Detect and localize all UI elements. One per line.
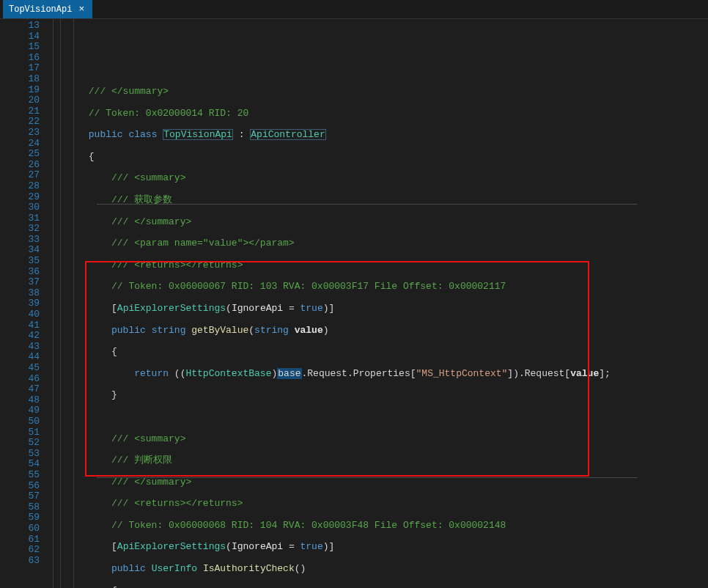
code-line: { (48, 347, 638, 358)
line-number: 62 (0, 545, 40, 556)
code-line: public class TopVisionApi : ApiControlle… (48, 130, 638, 141)
line-number: 44 (0, 352, 40, 363)
code-line: /// <returns></returns> (48, 260, 638, 271)
close-icon[interactable]: × (76, 4, 86, 15)
line-number: 55 (0, 470, 40, 481)
code-line: /// </summary> (48, 217, 638, 228)
line-number: 16 (0, 53, 40, 64)
tab-label: TopVisionApi (9, 4, 72, 15)
line-number: 37 (0, 277, 40, 288)
line-number: 48 (0, 395, 40, 406)
line-number: 50 (0, 416, 40, 427)
code-line: // Token: 0x02000014 RID: 20 (48, 109, 638, 120)
line-number: 61 (0, 534, 40, 545)
line-number-gutter: 1314151617181920212223242526272829303132… (0, 19, 48, 588)
line-number: 23 (0, 128, 40, 139)
code-editor[interactable]: 1314151617181920212223242526272829303132… (0, 19, 708, 588)
line-number: 51 (0, 427, 40, 438)
line-number: 39 (0, 298, 40, 309)
line-number: 45 (0, 363, 40, 374)
code-line: /// <returns></returns> (48, 499, 638, 510)
line-number: 49 (0, 405, 40, 416)
code-line: /// <summary> (48, 434, 638, 445)
tab-bar: TopVisionApi × (0, 0, 708, 19)
line-number: 32 (0, 224, 40, 235)
line-number: 40 (0, 309, 40, 320)
line-number: 15 (0, 42, 40, 53)
line-number: 34 (0, 245, 40, 256)
code-line: { (48, 152, 638, 163)
line-number: 53 (0, 449, 40, 460)
line-number: 52 (0, 438, 40, 449)
line-number: 60 (0, 523, 40, 534)
code-line: // Token: 0x06000068 RID: 104 RVA: 0x000… (48, 521, 638, 532)
line-number: 33 (0, 235, 40, 246)
code-line: /// </summary> (48, 87, 638, 98)
line-number: 36 (0, 267, 40, 278)
file-tab[interactable]: TopVisionApi × (3, 0, 92, 18)
line-number: 41 (0, 320, 40, 331)
line-number: 21 (0, 106, 40, 117)
line-number: 63 (0, 556, 40, 567)
line-number: 26 (0, 160, 40, 171)
line-number: 30 (0, 202, 40, 213)
line-number: 56 (0, 481, 40, 492)
line-number: 29 (0, 192, 40, 203)
line-number: 17 (0, 63, 40, 74)
code-line: /// 获取参数 (48, 195, 638, 206)
line-number: 31 (0, 213, 40, 224)
code-line: } (48, 390, 638, 401)
line-number: 47 (0, 384, 40, 395)
line-number: 54 (0, 459, 40, 470)
code-area[interactable]: /// </summary> // Token: 0x02000014 RID:… (48, 19, 638, 588)
code-line: public string getByValue(string value) (48, 326, 638, 337)
code-line: public UserInfo IsAuthorityCheck() (48, 564, 638, 575)
line-number: 42 (0, 331, 40, 342)
line-number: 28 (0, 181, 40, 192)
line-number: 43 (0, 342, 40, 353)
code-line: /// 判断权限 (48, 455, 638, 466)
code-line: /// <param name="value"></param> (48, 238, 638, 249)
line-number: 18 (0, 74, 40, 85)
line-number: 19 (0, 85, 40, 96)
code-line: [ApiExplorerSettings(IgnoreApi = true)] (48, 542, 638, 553)
code-line: /// <summary> (48, 173, 638, 184)
code-line (48, 412, 638, 423)
line-number: 25 (0, 149, 40, 160)
line-number: 59 (0, 512, 40, 523)
line-number: 22 (0, 117, 40, 128)
line-number: 20 (0, 95, 40, 106)
code-line: // Token: 0x06000067 RID: 103 RVA: 0x000… (48, 282, 638, 293)
line-number: 38 (0, 288, 40, 299)
line-number: 58 (0, 502, 40, 513)
line-number: 46 (0, 374, 40, 385)
line-number: 14 (0, 32, 40, 43)
line-number: 27 (0, 170, 40, 181)
code-line: /// </summary> (48, 477, 638, 488)
line-number: 35 (0, 256, 40, 267)
code-line: return ((HttpContextBase)base.Request.Pr… (48, 369, 638, 380)
line-number: 13 (0, 21, 40, 32)
line-number: 57 (0, 491, 40, 502)
code-line: [ApiExplorerSettings(IgnoreApi = true)] (48, 304, 638, 315)
code-line: { (48, 586, 638, 588)
line-number: 24 (0, 139, 40, 150)
